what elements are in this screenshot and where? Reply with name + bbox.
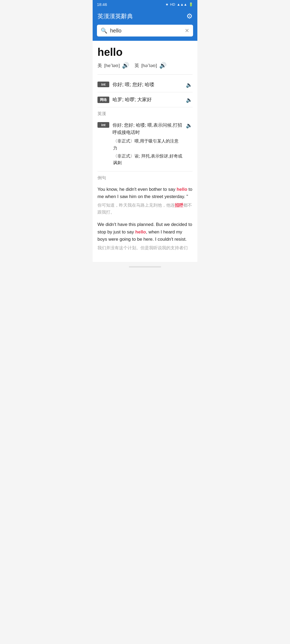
us-ipa: [heˈləʊ] — [104, 63, 120, 68]
def-text-wangluo: 哈罗; 哈啰; 大家好 — [113, 96, 183, 103]
long-def-row: int 你好; 您好; 哈喽; 喂,表示问候,打招呼或接电话时 〈非正式〉喂,用… — [97, 119, 193, 171]
example-cn-0: 你可知道，昨天我在马路上见到他，他连招呼都不跟我打。 — [97, 202, 193, 215]
def-row-int: int 你好; 喂; 您好; 哈喽 🔈 — [97, 77, 193, 92]
main-content: hello 美 [heˈləʊ] 🔊 英 [həˈləʊ] 🔊 int 你好; … — [93, 41, 197, 262]
uk-label: 英 — [135, 63, 139, 69]
long-def-sub-0: 〈非正式〉喂,用于吸引某人的注意力 — [113, 138, 183, 151]
bottom-nav-bar — [129, 266, 161, 268]
example-en-0: You know, he didn't even bother to say h… — [97, 186, 193, 200]
clear-icon[interactable]: ✕ — [185, 27, 189, 34]
example-en-0-part0: You know, he didn't even bother to say — [97, 187, 177, 192]
example-en-1-highlight: hello — [135, 229, 146, 235]
us-audio-button[interactable]: 🔊 — [122, 62, 129, 69]
search-icon: 🔍 — [101, 27, 107, 34]
def-audio-int[interactable]: 🔈 — [186, 82, 193, 88]
pos-badge-wangluo: 网络 — [97, 97, 109, 103]
search-box: 🔍 ✕ — [97, 25, 193, 36]
example-cn-1-part0: 我们并没有这个计划。但是我听说我的支持者们 — [97, 246, 188, 250]
status-bar: 18:46 ★ HD ▲▲▲ 🔋 — [93, 0, 197, 9]
section-yinghan: 英漢 — [97, 107, 193, 119]
pos-badge-long: int — [97, 122, 109, 128]
signal-icon: HD — [170, 2, 175, 6]
search-container: 🔍 ✕ — [93, 25, 197, 41]
settings-button[interactable]: ⚙ — [186, 12, 193, 20]
def-audio-wangluo[interactable]: 🔈 — [186, 97, 193, 103]
uk-ipa: [həˈləʊ] — [141, 63, 157, 68]
long-def-main: 你好; 您好; 哈喽; 喂,表示问候,打招呼或接电话时 — [113, 122, 183, 136]
app-bar: 英漢漢英辭典 ⚙ — [93, 9, 197, 25]
wifi-icon: ▲▲▲ — [177, 2, 187, 6]
search-input[interactable] — [110, 28, 182, 34]
pronunciation-row: 美 [heˈləʊ] 🔊 英 [həˈləʊ] 🔊 — [97, 62, 193, 69]
examples-section: You know, he didn't even bother to say h… — [97, 183, 193, 251]
def-row-wangluo: 网络 哈罗; 哈啰; 大家好 🔈 — [97, 92, 193, 107]
example-cn-1: 我们并没有这个计划。但是我听说我的支持者们 — [97, 244, 193, 251]
divider-1 — [97, 74, 193, 75]
long-def-audio[interactable]: 🔈 — [186, 122, 193, 129]
example-cn-0-highlight: 招呼 — [175, 203, 183, 207]
example-block-0: You know, he didn't even bother to say h… — [97, 186, 193, 216]
example-en-1: We didn't have this planned. But we deci… — [97, 221, 193, 243]
section-examples-label: 例句 — [97, 171, 193, 183]
bluetooth-icon: ★ — [165, 2, 169, 6]
example-en-0-highlight: hello — [177, 187, 187, 192]
long-def-sub-1: 〈非正式〉诶; 拜托,表示惊讶,好奇或讽刺 — [113, 153, 183, 166]
word-title: hello — [97, 46, 193, 58]
us-label: 美 — [97, 63, 102, 69]
app-title: 英漢漢英辭典 — [97, 12, 133, 20]
example-cn-0-part0: 你可知道，昨天我在马路上见到他，他连 — [97, 203, 175, 207]
long-def-content: 你好; 您好; 哈喽; 喂,表示问候,打招呼或接电话时 〈非正式〉喂,用于吸引某… — [113, 122, 183, 167]
battery-icon: 🔋 — [189, 2, 193, 6]
status-time: 18:46 — [97, 2, 107, 7]
status-icons: ★ HD ▲▲▲ 🔋 — [165, 2, 193, 6]
def-text-int: 你好; 喂; 您好; 哈喽 — [113, 81, 183, 88]
uk-audio-button[interactable]: 🔊 — [159, 62, 166, 69]
pos-badge-int: int — [97, 82, 109, 87]
example-block-1: We didn't have this planned. But we deci… — [97, 221, 193, 251]
